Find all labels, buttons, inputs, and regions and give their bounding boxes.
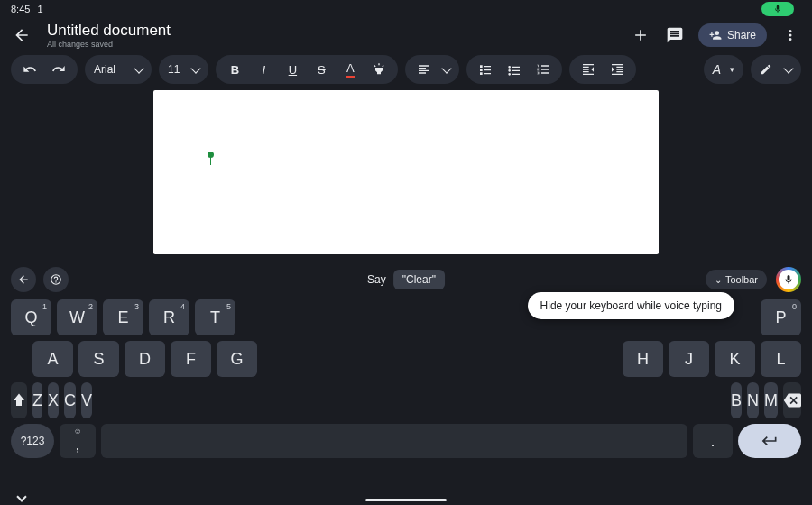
key-z[interactable]: Z <box>32 382 42 418</box>
key-n[interactable]: N <box>747 382 759 418</box>
plus-icon <box>632 26 650 44</box>
undo-icon <box>23 62 37 77</box>
indent-button[interactable] <box>607 60 627 79</box>
document-page[interactable] <box>153 90 659 254</box>
document-title[interactable]: Untitled document <box>47 22 171 40</box>
arrow-left-icon <box>17 273 30 286</box>
key-a[interactable]: A <box>32 341 73 377</box>
font-picker[interactable]: Arial <box>85 55 152 84</box>
backspace-icon <box>783 391 801 409</box>
key-comma[interactable]: ☺ , <box>60 424 96 458</box>
indent-group <box>569 55 636 84</box>
align-left-icon <box>417 62 431 77</box>
redo-button[interactable] <box>49 60 69 79</box>
mic-icon <box>783 274 794 285</box>
list-group <box>466 55 562 84</box>
toolbar-pill-label: Toolbar <box>725 274 758 285</box>
history-group <box>11 55 78 84</box>
keyboard-help-button[interactable] <box>43 267 69 292</box>
outdent-button[interactable] <box>578 60 598 79</box>
key-x[interactable]: X <box>48 382 59 418</box>
key-k[interactable]: K <box>715 341 755 377</box>
key-w[interactable]: 2W <box>57 299 97 335</box>
key-g[interactable]: G <box>217 341 257 377</box>
pencil-icon <box>760 63 772 76</box>
person-add-icon <box>709 29 722 41</box>
checklist-icon <box>478 62 493 77</box>
italic-button[interactable]: I <box>254 60 273 79</box>
key-v[interactable]: V <box>81 382 92 418</box>
format-menu-button[interactable]: A▾ <box>704 55 743 84</box>
chevron-down-icon <box>442 63 452 73</box>
status-bar: 8:45 1 <box>0 0 812 18</box>
key-b[interactable]: B <box>731 382 742 418</box>
keyboard-toolbar-toggle[interactable]: ⌄ Toolbar <box>706 270 767 289</box>
back-button[interactable] <box>11 24 32 46</box>
key-p[interactable]: 0P <box>761 299 801 335</box>
key-l[interactable]: L <box>761 341 801 377</box>
voice-status-pill <box>761 2 794 16</box>
underline-button[interactable]: U <box>282 60 302 79</box>
chevron-down-icon <box>134 63 143 73</box>
bold-button[interactable]: B <box>225 60 245 79</box>
font-name: Arial <box>94 63 115 76</box>
keyboard-row-3: Z X C V B N M <box>11 382 801 418</box>
more-vert-icon <box>782 27 798 43</box>
key-space[interactable] <box>101 424 687 458</box>
text-style-group: B I U S A <box>216 55 398 84</box>
key-q[interactable]: 1Q <box>11 299 51 335</box>
help-icon <box>50 273 62 286</box>
keyboard-back-button[interactable] <box>11 267 36 292</box>
status-time: 8:45 <box>11 4 30 14</box>
bullet-list-icon <box>507 62 521 77</box>
app-header: Untitled document All changes saved Shar… <box>0 18 812 52</box>
paragraph-group <box>405 55 459 84</box>
more-button[interactable] <box>780 24 801 46</box>
keyboard-row-2: A S D F G H J K L <box>11 341 801 377</box>
key-e[interactable]: 3E <box>103 299 143 335</box>
bulleted-list-button[interactable] <box>504 60 524 79</box>
nav-hide-keyboard[interactable] <box>16 491 26 501</box>
key-r[interactable]: 4R <box>149 299 189 335</box>
share-button[interactable]: Share <box>698 23 767 47</box>
key-h[interactable]: H <box>623 341 663 377</box>
comments-button[interactable] <box>664 24 686 46</box>
key-d[interactable]: D <box>125 341 165 377</box>
chevron-down-icon <box>783 63 793 73</box>
edit-menu-button[interactable] <box>751 55 801 84</box>
key-t[interactable]: 5T <box>195 299 235 335</box>
key-f[interactable]: F <box>171 341 211 377</box>
key-enter[interactable] <box>738 424 801 458</box>
key-period[interactable]: . <box>693 424 733 458</box>
highlight-button[interactable] <box>369 60 389 79</box>
document-viewport <box>0 87 812 263</box>
voice-command-chip[interactable]: "Clear" <box>393 270 445 289</box>
strikethrough-button[interactable]: S <box>311 60 331 79</box>
checklist-button[interactable] <box>475 60 495 79</box>
outdent-icon <box>581 62 595 77</box>
nav-home-handle[interactable] <box>365 499 447 501</box>
format-toolbar: Arial 11 B I U S A A▾ <box>0 52 812 87</box>
key-shift[interactable] <box>11 382 27 418</box>
key-backspace[interactable] <box>783 382 801 418</box>
undo-button[interactable] <box>20 60 40 79</box>
voice-typing-tooltip: Hide your keyboard while voice typing <box>528 292 734 319</box>
share-label: Share <box>727 29 756 41</box>
key-c[interactable]: C <box>64 382 76 418</box>
key-m[interactable]: M <box>764 382 778 418</box>
shift-icon <box>11 392 27 409</box>
enter-icon <box>761 432 779 450</box>
align-button[interactable] <box>414 60 434 79</box>
key-symbols[interactable]: ?123 <box>11 424 54 458</box>
number-list-icon <box>536 62 550 77</box>
text-color-button[interactable]: A <box>340 60 360 79</box>
key-s[interactable]: S <box>78 341 119 377</box>
font-size-picker[interactable]: 11 <box>159 55 208 84</box>
keyboard-row-4: ?123 ☺ , . <box>11 424 801 458</box>
key-j[interactable]: J <box>669 341 709 377</box>
numbered-list-button[interactable] <box>533 60 553 79</box>
redo-icon <box>51 62 66 77</box>
voice-typing-button[interactable] <box>776 267 801 292</box>
new-button[interactable] <box>630 24 651 46</box>
status-indicator: 1 <box>37 4 42 14</box>
